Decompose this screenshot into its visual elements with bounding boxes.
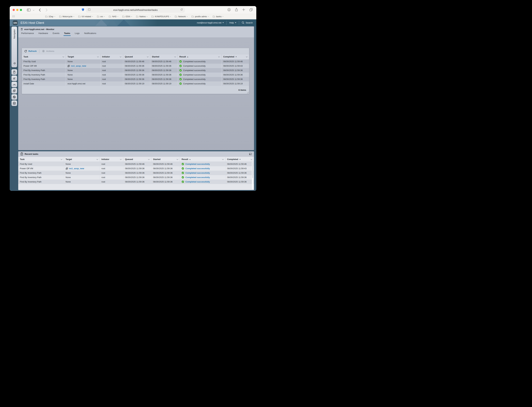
success-check-icon bbox=[179, 78, 182, 80]
bookmark-folder[interactable]: banks bbox=[213, 16, 223, 18]
sidebar-toggle-icon[interactable] bbox=[27, 8, 31, 11]
column-menu-icon[interactable] bbox=[63, 56, 64, 57]
bookmark-folder[interactable]: srs bbox=[97, 16, 105, 18]
bookmark-folder[interactable]: Network bbox=[175, 16, 188, 18]
help-menu[interactable]: Help bbox=[229, 22, 236, 24]
column-header-task[interactable]: Task bbox=[22, 54, 66, 59]
column-header-target[interactable]: Target bbox=[66, 54, 100, 59]
recent-table-header: TaskTargetInitiatorQueuedStartedResult▲C… bbox=[18, 157, 254, 162]
column-header-completed[interactable]: Completed▼ bbox=[222, 54, 249, 59]
sidebar-item-manage[interactable] bbox=[11, 76, 17, 81]
task-row[interactable]: Power Off VMns1_assp_newroot08/30/2025 1… bbox=[22, 64, 249, 68]
app-grid-icon[interactable] bbox=[12, 15, 15, 18]
task-row[interactable]: Power Off VMns1_assp_newroot08/30/2025 1… bbox=[18, 166, 254, 171]
bookmark-folder[interactable]: IUI related bbox=[78, 16, 93, 18]
column-menu-icon[interactable] bbox=[174, 56, 176, 57]
bookmark-label: postfix admis bbox=[195, 16, 207, 18]
column-menu-icon[interactable] bbox=[148, 158, 150, 160]
scrollbar-thumb[interactable] bbox=[252, 162, 253, 178]
column-menu-icon[interactable] bbox=[147, 56, 148, 57]
cell-completed: 08/30/2025 11:59:43 bbox=[225, 166, 254, 171]
task-row[interactable]: Find By Inventory PathNoneroot08/30/2025… bbox=[22, 72, 249, 77]
share-icon[interactable] bbox=[235, 8, 238, 12]
column-menu-icon[interactable] bbox=[251, 158, 252, 160]
refresh-button[interactable]: Refresh bbox=[24, 50, 37, 53]
sidebar-item-virtual-machines[interactable] bbox=[11, 88, 17, 94]
bookmark-folder[interactable]: postfix admis bbox=[191, 16, 209, 18]
zoom-window-button[interactable] bbox=[20, 9, 22, 11]
tab-events[interactable]: Events bbox=[50, 31, 62, 36]
search-icon bbox=[242, 21, 245, 24]
new-tab-icon[interactable] bbox=[242, 8, 245, 12]
result-link[interactable]: Completed successfully bbox=[185, 180, 210, 183]
column-header-started[interactable]: Started bbox=[151, 157, 180, 162]
column-menu-icon[interactable] bbox=[246, 56, 248, 57]
column-menu-icon[interactable] bbox=[61, 158, 62, 160]
actions-button[interactable]: Actions bbox=[42, 50, 54, 53]
column-menu-icon[interactable] bbox=[222, 158, 224, 160]
bookmark-folder[interactable]: NAS bbox=[109, 16, 118, 18]
page-icon[interactable] bbox=[88, 8, 91, 11]
column-menu-icon[interactable] bbox=[97, 56, 99, 57]
tab-hardware[interactable]: Hardware bbox=[36, 31, 50, 36]
panel-restore-icon[interactable] bbox=[249, 153, 252, 155]
task-row[interactable]: Find By UuidNoneroot08/30/2025 11:59:460… bbox=[22, 59, 249, 64]
result-link[interactable]: Completed successfully bbox=[185, 172, 210, 174]
bookmark-folder[interactable]: Motorcycle bbox=[59, 16, 74, 18]
column-header-initiator[interactable]: Initiator bbox=[100, 157, 123, 162]
bookmark-folder[interactable]: Nakivo bbox=[136, 16, 147, 18]
address-bar[interactable]: esxi-hpg9.xmsi.net/ui/#/host/monitor/tas… bbox=[86, 7, 185, 12]
column-header-queued[interactable]: Queued bbox=[123, 157, 151, 162]
column-menu-icon[interactable] bbox=[120, 158, 122, 160]
column-menu-icon[interactable] bbox=[96, 158, 98, 160]
content-blocker-shield-icon[interactable] bbox=[81, 8, 85, 12]
tab-notifications[interactable]: Notifications bbox=[82, 31, 99, 36]
bookmark-folder[interactable]: 1Day bbox=[45, 16, 55, 18]
task-row[interactable]: Find By Inventory PathNoneroot08/30/2025… bbox=[22, 68, 249, 72]
vm-target-link[interactable]: ns1_assp_new bbox=[69, 167, 84, 170]
task-row[interactable]: install Dateesxi-hpg9.xmsi.netroot08/30/… bbox=[22, 81, 249, 86]
sidebar-menu-chevron-icon[interactable] bbox=[33, 9, 34, 10]
user-menu[interactable]: root@esxi-hpg9.xmsi.net bbox=[197, 22, 224, 24]
column-header-started[interactable]: Started bbox=[150, 54, 178, 59]
back-button[interactable] bbox=[39, 8, 41, 12]
column-header-target[interactable]: Target bbox=[64, 157, 100, 162]
task-row[interactable]: Find By Inventory PathNoneroot08/30/2025… bbox=[18, 180, 254, 184]
column-menu-icon[interactable] bbox=[120, 56, 121, 57]
tab-performance[interactable]: Performance bbox=[19, 31, 36, 36]
sidebar-item-storage[interactable] bbox=[11, 101, 17, 106]
column-header-initiator[interactable]: Initiator bbox=[101, 54, 123, 59]
bookmark-folder[interactable]: ESXi bbox=[122, 16, 132, 18]
task-row[interactable]: Find By UuidNoneroot08/30/2025 11:59:460… bbox=[18, 162, 254, 166]
bookmark-folder[interactable]: KVM/PDU/UPS bbox=[151, 16, 171, 18]
close-window-button[interactable] bbox=[13, 9, 15, 11]
scrollbar[interactable] bbox=[252, 162, 253, 189]
task-row[interactable]: Find By Inventory PathNoneroot08/30/2025… bbox=[22, 77, 249, 81]
result-link[interactable]: Completed successfully bbox=[185, 167, 210, 170]
search-button[interactable]: Search bbox=[242, 21, 253, 24]
column-header-queued[interactable]: Queued bbox=[123, 54, 150, 59]
tab-logs[interactable]: Logs bbox=[72, 31, 82, 36]
reload-icon[interactable] bbox=[181, 8, 183, 12]
task-row[interactable]: Find By Inventory PathNoneroot08/30/2025… bbox=[18, 171, 254, 175]
tab-overview-icon[interactable] bbox=[249, 8, 253, 12]
sidebar-item-networking[interactable] bbox=[11, 94, 17, 100]
tab-tasks[interactable]: Tasks bbox=[62, 31, 72, 36]
column-header-completed[interactable]: Completed▼ bbox=[225, 157, 254, 162]
minimize-window-button[interactable] bbox=[16, 9, 18, 11]
cell-task: Find By Inventory Path bbox=[22, 77, 66, 81]
navigator-collapse-button[interactable]: Navigator bbox=[11, 27, 17, 67]
column-header-task[interactable]: Task bbox=[18, 157, 64, 162]
sidebar-item-monitor[interactable] bbox=[11, 82, 17, 87]
result-link[interactable]: Completed successfully bbox=[185, 163, 210, 165]
sidebar-item-host[interactable] bbox=[11, 69, 17, 75]
forward-button[interactable] bbox=[46, 8, 48, 12]
result-link[interactable]: Completed successfully bbox=[185, 176, 210, 179]
column-header-result[interactable]: Result▲ bbox=[178, 54, 222, 59]
column-menu-icon[interactable] bbox=[218, 56, 220, 57]
column-menu-icon[interactable] bbox=[177, 158, 178, 160]
column-header-result[interactable]: Result▲ bbox=[180, 157, 225, 162]
task-row[interactable]: Find By Inventory PathNoneroot08/30/2025… bbox=[18, 175, 254, 180]
vm-target-link[interactable]: ns1_assp_new bbox=[71, 65, 86, 67]
downloads-icon[interactable] bbox=[227, 8, 231, 12]
